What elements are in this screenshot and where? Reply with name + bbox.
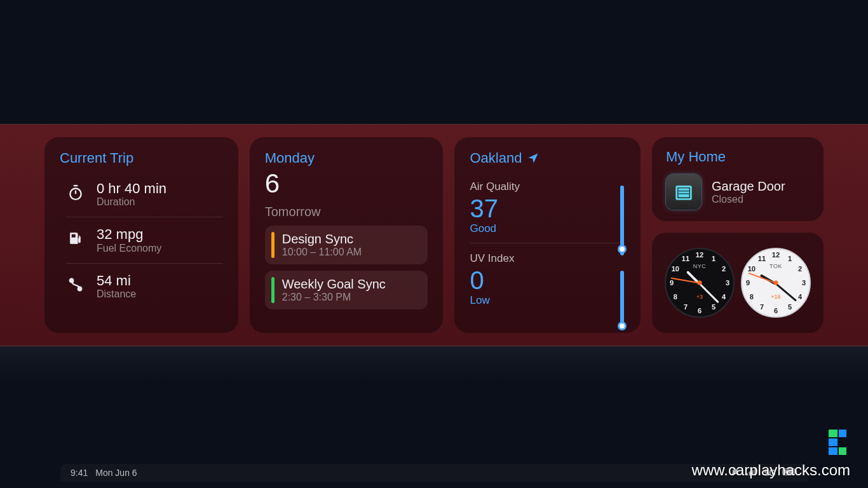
trip-row-distance: 54 mi Distance [66,263,223,309]
event-title: Design Sync [282,232,362,247]
metric-label: UV Index [470,252,625,265]
clock-nyc: NYC +3 123456789101112 [665,248,735,318]
status-date: Mon Jun 6 [95,468,137,478]
svg-rect-14 [829,430,837,437]
device-name: Garage Door [712,179,785,194]
watermark-text: www.carplayhacks.com [692,461,850,479]
svg-point-0 [70,189,81,200]
clock-offset: +16 [771,294,780,300]
svg-point-2 [78,287,81,290]
event-time: 10:00 – 11:00 AM [282,247,362,258]
svg-rect-15 [839,430,846,437]
reflection-gradient [0,346,868,381]
trip-widget[interactable]: Current Trip 0 hr 40 min Duration 32 mpg… [44,137,238,333]
air-quality-block: Air Quality 37 Good [470,172,625,243]
location-name: Oakland [470,150,522,166]
event-time: 2:30 – 3:30 PM [282,292,386,303]
widget-strip: Current Trip 0 hr 40 min Duration 32 mpg… [0,124,868,346]
uv-index-desc: Low [470,294,625,307]
clock-offset: +3 [696,294,703,300]
metric-label: Air Quality [470,180,625,193]
svg-rect-18 [839,447,846,455]
calendar-event[interactable]: Design Sync 10:00 – 11:00 AM [265,226,428,264]
route-icon [66,275,85,294]
trip-distance-label: Distance [97,288,136,300]
trip-duration-label: Duration [97,196,166,208]
stopwatch-icon [66,183,85,202]
air-quality-desc: Good [470,222,625,235]
home-title: My Home [666,149,810,165]
trip-title: Current Trip [60,150,223,166]
home-widget[interactable]: My Home Garage Door Closed [652,137,824,221]
svg-rect-16 [829,438,837,446]
clock-city: NYC [693,263,707,269]
event-color-bar [271,232,275,258]
trip-fuel-label: Fuel Economy [97,243,161,254]
trip-duration-value: 0 hr 40 min [97,180,166,196]
calendar-day-number: 6 [265,170,428,197]
trip-fuel-value: 32 mpg [97,226,161,242]
calendar-widget[interactable]: Monday 6 Tomorrow Design Sync 10:00 – 11… [250,137,444,333]
svg-rect-4 [678,188,689,197]
trip-row-duration: 0 hr 40 min Duration [66,172,223,217]
uv-index-value: 0 [470,266,625,294]
fuel-pump-icon [66,229,85,248]
event-color-bar [271,277,275,303]
uv-index-gauge [620,271,624,328]
trip-row-fuel: 32 mpg Fuel Economy [66,217,223,262]
world-clock-widget[interactable]: NYC +3 123456789101112 TOK +16 123456789… [652,233,824,333]
status-time: 9:41 [71,468,88,478]
uv-index-block: UV Index 0 Low [470,243,625,315]
location-arrow-icon [527,152,539,165]
weather-location: Oakland [470,150,625,166]
tomorrow-label: Tomorrow [265,205,428,219]
weather-widget[interactable]: Oakland Air Quality 37 Good UV Index 0 L… [454,137,641,333]
air-quality-gauge [620,186,624,255]
air-quality-value: 37 [470,194,625,222]
calendar-day-name: Monday [265,150,428,166]
site-logo-icon [822,427,851,456]
trip-distance-value: 54 mi [97,273,136,288]
event-title: Weekly Goal Sync [282,277,386,292]
svg-rect-17 [829,447,837,455]
calendar-event[interactable]: Weekly Goal Sync 2:30 – 3:30 PM [265,271,428,309]
clock-tok: TOK +16 123456789101112 [741,248,811,318]
garage-door-icon[interactable] [666,174,702,210]
clock-city: TOK [770,263,782,269]
device-status: Closed [712,194,785,205]
svg-point-1 [70,278,73,281]
